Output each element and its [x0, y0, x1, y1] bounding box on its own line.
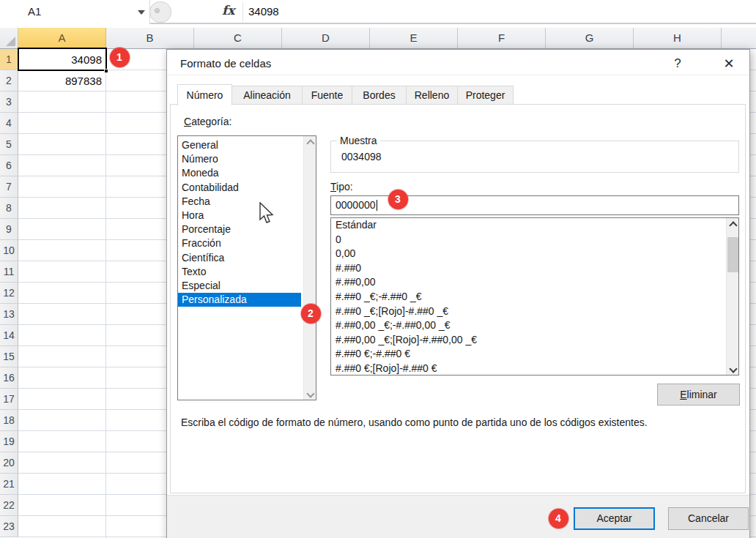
- category-item-texto[interactable]: Texto: [178, 265, 301, 279]
- row-header-9[interactable]: 9: [0, 219, 18, 240]
- row-header-17[interactable]: 17: [0, 389, 18, 410]
- format-code-item[interactable]: #.##0 _€;[Rojo]-#.##0 _€: [331, 305, 722, 319]
- row-header-10[interactable]: 10: [0, 240, 18, 261]
- category-item-fecha[interactable]: Fecha: [178, 195, 301, 209]
- row-header-19[interactable]: 19: [0, 431, 18, 452]
- row-header-5[interactable]: 5: [0, 134, 18, 155]
- dialog-title-separator: [167, 75, 749, 75]
- column-header-F[interactable]: F: [458, 28, 546, 48]
- text-caret: [377, 200, 377, 211]
- fill-handle[interactable]: [104, 69, 108, 73]
- type-input-value: 0000000: [336, 199, 376, 211]
- format-code-item[interactable]: #.##0,00: [331, 275, 722, 290]
- format-codes-listbox: Estándar00,00#.##0#.##0,00#.##0 _€;-#.##…: [330, 217, 739, 376]
- scroll-down-icon[interactable]: [307, 389, 313, 395]
- dialog-footer: Aceptar Cancelar: [167, 495, 749, 538]
- category-item-general[interactable]: General: [178, 138, 301, 152]
- insert-function-icon[interactable]: fx: [222, 3, 234, 18]
- row-header-21[interactable]: 21: [0, 474, 18, 495]
- sample-groupbox: Muestra 0034098: [330, 141, 739, 173]
- row-header-11[interactable]: 11: [0, 261, 18, 283]
- category-item-personalizada[interactable]: Personalizada: [178, 293, 301, 307]
- annotation-badge-4: 4: [549, 509, 568, 528]
- tab-bordes[interactable]: Bordes: [352, 86, 407, 105]
- mouse-cursor: [259, 202, 275, 225]
- format-code-item[interactable]: Estándar: [331, 218, 722, 233]
- row-header-22[interactable]: 22: [0, 495, 18, 516]
- sample-group-label: Muestra: [337, 135, 380, 146]
- column-header-G[interactable]: G: [546, 28, 634, 48]
- row-header-20[interactable]: 20: [0, 452, 18, 474]
- row-header-4[interactable]: 4: [0, 113, 18, 134]
- number-tab-page: Categoría: GeneralNúmeroMonedaContabilid…: [170, 104, 746, 493]
- column-header-C[interactable]: C: [194, 28, 282, 48]
- category-item-moneda[interactable]: Moneda: [178, 166, 301, 180]
- scroll-down-icon[interactable]: [730, 365, 735, 370]
- column-header-row: ABCDEFGH: [0, 28, 756, 49]
- category-item-porcentaje[interactable]: Porcentaje: [178, 223, 301, 236]
- scroll-up-icon[interactable]: [307, 139, 313, 145]
- category-item-hora[interactable]: Hora: [178, 209, 301, 223]
- tab-numero[interactable]: Número: [177, 84, 232, 105]
- name-box-dropdown-icon[interactable]: [138, 10, 145, 15]
- sample-value: 0034098: [341, 151, 382, 162]
- tab-proteger[interactable]: Proteger: [457, 86, 514, 105]
- format-code-item[interactable]: 0: [331, 233, 722, 247]
- name-box[interactable]: A1: [0, 0, 150, 24]
- column-header-E[interactable]: E: [370, 28, 458, 48]
- type-label: Tipo:: [330, 181, 353, 193]
- format-codes-scrollbar[interactable]: [726, 218, 738, 375]
- category-listbox: GeneralNúmeroMonedaContabilidadFechaHora…: [177, 135, 316, 400]
- row-header-13[interactable]: 13: [0, 304, 18, 325]
- format-code-item[interactable]: #.##0 €;-#.##0 €: [331, 347, 722, 362]
- tab-alineacion[interactable]: Alineación: [231, 86, 303, 105]
- formula-bar-splitter[interactable]: [149, 1, 171, 23]
- row-header-14[interactable]: 14: [0, 325, 18, 346]
- formula-toolbar: A1 fx 34098: [0, 0, 756, 24]
- row-header-8[interactable]: 8: [0, 198, 18, 219]
- row-header-15[interactable]: 15: [0, 346, 18, 367]
- cell-A2[interactable]: 897838: [20, 71, 105, 91]
- category-item-cientifica[interactable]: Científica: [178, 251, 301, 265]
- row-header-12[interactable]: 12: [0, 283, 18, 304]
- row-header-6[interactable]: 6: [0, 155, 18, 176]
- excel-window: A1 fx 34098 ABCDEFGH 1234567891011121314…: [0, 0, 756, 538]
- accept-button[interactable]: Aceptar: [574, 507, 655, 530]
- format-code-item[interactable]: #.##0 €;[Rojo]-#.##0 €: [331, 362, 722, 376]
- annotation-badge-2: 2: [301, 304, 321, 324]
- format-code-item[interactable]: #.##0,00 _€;[Rojo]-#.##0,00 _€: [331, 333, 722, 348]
- category-scrollbar[interactable]: [303, 136, 316, 400]
- row-header-7[interactable]: 7: [0, 176, 18, 198]
- scrollbar-thumb[interactable]: [727, 237, 738, 272]
- category-item-numero[interactable]: Número: [178, 152, 301, 166]
- row-header-18[interactable]: 18: [0, 410, 18, 431]
- formula-bar-input[interactable]: 34098: [248, 0, 279, 23]
- category-item-fraccion[interactable]: Fracción: [178, 236, 301, 250]
- column-header-B[interactable]: B: [106, 28, 194, 48]
- category-item-especial[interactable]: Especial: [178, 279, 301, 293]
- delete-button[interactable]: Eliminar: [657, 384, 740, 406]
- cancel-button[interactable]: Cancelar: [668, 507, 749, 530]
- column-header-D[interactable]: D: [282, 28, 370, 48]
- column-header-A[interactable]: A: [18, 28, 106, 48]
- category-item-contabilidad[interactable]: Contabilidad: [178, 181, 301, 195]
- dialog-close-icon[interactable]: ✕: [719, 55, 738, 72]
- row-header-2[interactable]: 2: [0, 70, 18, 91]
- row-header-23[interactable]: 23: [0, 516, 18, 537]
- category-label: Categoría:: [184, 116, 231, 127]
- dialog-help-button[interactable]: ?: [668, 55, 687, 72]
- format-code-item[interactable]: #.##0,00 _€;-#.##0,00 _€: [331, 318, 722, 333]
- format-code-item[interactable]: 0,00: [331, 247, 722, 261]
- formula-bar-divider: [242, 3, 243, 21]
- format-code-item[interactable]: #.##0: [331, 261, 722, 276]
- scroll-up-icon[interactable]: [730, 221, 735, 227]
- row-header-3[interactable]: 3: [0, 91, 18, 113]
- row-header-16[interactable]: 16: [0, 367, 18, 389]
- tab-relleno[interactable]: Relleno: [406, 86, 458, 105]
- format-code-item[interactable]: #.##0 _€;-#.##0 _€: [331, 290, 722, 305]
- select-all-corner[interactable]: [0, 28, 18, 48]
- tab-fuente[interactable]: Fuente: [302, 86, 352, 105]
- name-box-value: A1: [28, 0, 41, 23]
- column-header-H[interactable]: H: [634, 28, 722, 48]
- row-header-1[interactable]: 1: [0, 49, 18, 70]
